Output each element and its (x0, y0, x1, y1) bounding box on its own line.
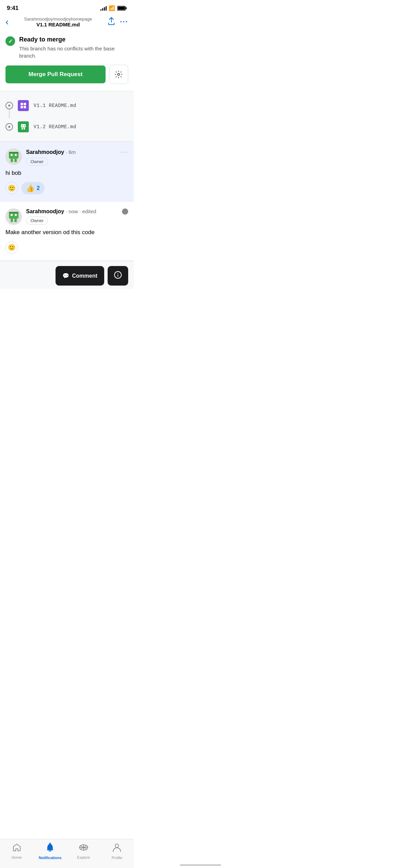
commits-section: V1.1 README.md V1.2 README.md (0, 91, 134, 142)
svg-rect-16 (14, 159, 17, 162)
info-button[interactable] (108, 266, 128, 286)
status-icons: 📶 (100, 5, 127, 11)
svg-point-18 (15, 154, 17, 156)
comment-1-time: · 6m (66, 149, 76, 155)
nav-bar: ‹ Sarahmoodjoy/moodjoyhomepage V1.1 READ… (0, 14, 134, 30)
svg-rect-4 (21, 103, 23, 105)
svg-rect-23 (14, 219, 17, 222)
svg-rect-9 (22, 128, 23, 130)
thumbs-up-icon: 👍 (26, 184, 35, 192)
svg-rect-19 (9, 152, 19, 153)
status-time: 9:41 (7, 5, 19, 12)
avatar-1 (5, 148, 22, 165)
thumbs-count-1: 2 (37, 185, 40, 191)
comment-icon: 💬 (62, 273, 69, 279)
commit-item-2: V1.2 README.md (5, 118, 128, 136)
comment-2-body: Make another version od this code (5, 229, 128, 236)
merge-status: Ready to merge This branch has no confli… (5, 36, 128, 59)
svg-rect-15 (11, 159, 13, 162)
svg-rect-22 (11, 219, 13, 222)
comment-1-owner-badge: Owner (26, 158, 48, 166)
comment-1-username: Sarahmoodjoy (26, 149, 64, 155)
svg-point-3 (118, 73, 120, 75)
svg-rect-26 (9, 212, 19, 213)
comment-1: Sarahmoodjoy · 6m ··· Owner hi bob 🙂 👍 2 (0, 142, 134, 202)
svg-rect-5 (24, 103, 26, 105)
comment-2-more-button[interactable] (122, 208, 128, 215)
svg-rect-6 (21, 106, 23, 108)
merge-desc: This branch has no conflicts with the ba… (19, 45, 128, 59)
svg-rect-10 (24, 128, 25, 130)
merge-check-icon (5, 36, 15, 46)
back-button[interactable]: ‹ (5, 16, 9, 27)
nav-title-block: Sarahmoodjoy/moodjoyhomepage V1.1 README… (9, 16, 107, 27)
share-button[interactable] (108, 17, 115, 27)
commit-label-1: V1.1 README.md (34, 103, 76, 108)
wifi-icon: 📶 (109, 5, 115, 11)
commit-label-2: V1.2 README.md (34, 124, 76, 130)
svg-point-17 (11, 154, 13, 156)
merge-pull-request-button[interactable]: Merge Pull Request (5, 65, 106, 83)
comment-2-username: Sarahmoodjoy (26, 208, 64, 214)
commit-dot-2 (5, 123, 13, 131)
svg-point-24 (11, 214, 13, 216)
commit-icon-1 (18, 100, 29, 111)
comment-1-meta: Sarahmoodjoy · 6m ··· Owner (26, 148, 128, 166)
commit-dot-1 (5, 102, 13, 109)
nav-title: V1.1 README.md (9, 22, 107, 27)
merge-settings-button[interactable] (109, 65, 128, 84)
comment-button[interactable]: 💬 Comment (56, 266, 104, 286)
comment-1-header: Sarahmoodjoy · 6m ··· Owner (5, 148, 128, 166)
merge-title: Ready to merge (19, 36, 128, 44)
signal-icon (100, 6, 107, 11)
comment-2-owner-badge: Owner (26, 217, 48, 225)
merge-actions: Merge Pull Request (5, 65, 128, 84)
svg-rect-8 (21, 124, 26, 128)
commit-icon-2 (18, 121, 29, 132)
status-bar: 9:41 📶 (0, 0, 134, 14)
comment-2-reactions: 🙂 (5, 241, 128, 254)
nav-subtitle: Sarahmoodjoy/moodjoyhomepage (9, 16, 107, 22)
svg-rect-2 (118, 7, 125, 10)
svg-point-11 (22, 125, 23, 126)
comment-2-meta: Sarahmoodjoy · now · edited Owner (26, 208, 128, 225)
comment-label: Comment (72, 273, 97, 279)
avatar-2 (5, 208, 22, 225)
svg-point-12 (24, 125, 25, 126)
bottom-toolbar: 💬 Comment (0, 261, 134, 289)
battery-icon (117, 6, 127, 11)
thumbs-reaction-1[interactable]: 👍 2 (21, 182, 45, 194)
nav-actions: ··· (108, 17, 128, 27)
comment-1-more-button[interactable]: ··· (121, 148, 128, 156)
svg-rect-7 (24, 106, 26, 108)
merge-section: Ready to merge This branch has no confli… (0, 30, 134, 91)
comment-2-time: · now · edited (66, 208, 96, 214)
add-reaction-button-2[interactable]: 🙂 (5, 241, 18, 254)
comment-2-header: Sarahmoodjoy · now · edited Owner (5, 208, 128, 225)
svg-point-25 (15, 214, 17, 216)
more-button[interactable]: ··· (120, 17, 128, 26)
svg-rect-1 (126, 7, 127, 9)
comment-1-body: hi bob (5, 170, 128, 177)
commit-item: V1.1 README.md (5, 97, 128, 114)
comment-2: Sarahmoodjoy · now · edited Owner Make a… (0, 202, 134, 261)
add-reaction-button-1[interactable]: 🙂 (5, 182, 18, 194)
comment-1-reactions: 🙂 👍 2 (5, 182, 128, 194)
